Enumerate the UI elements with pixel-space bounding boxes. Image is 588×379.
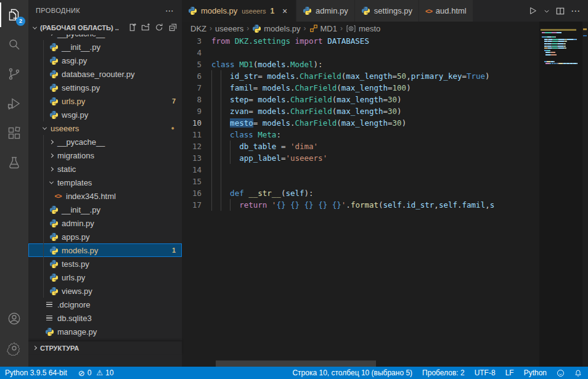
- line-number[interactable]: 17: [182, 199, 211, 211]
- status-encoding[interactable]: UTF-8: [475, 369, 496, 377]
- status-feedback[interactable]: [557, 369, 565, 377]
- tree-file-__init__.py[interactable]: __init__.py: [28, 40, 182, 54]
- tree-folder-migrations[interactable]: migrations: [28, 149, 182, 162]
- more-actions-button[interactable]: ⋯: [571, 6, 581, 17]
- code-token: {}: [332, 200, 341, 210]
- indent-guide: [221, 82, 221, 94]
- tab-description: useeers: [242, 7, 266, 15]
- outline-section-header[interactable]: СТРУКТУРА: [28, 341, 182, 354]
- activity-item-extensions[interactable]: [0, 118, 28, 148]
- close-icon[interactable]: ×: [280, 6, 290, 16]
- tree-file-urls.py[interactable]: urls.py: [28, 271, 182, 284]
- line-number[interactable]: 5: [182, 59, 211, 70]
- line-number[interactable]: 8: [182, 94, 211, 105]
- breadcrumb-item-useeers[interactable]: useeers: [215, 24, 243, 33]
- new-file-icon[interactable]: [128, 23, 137, 33]
- tree-file-tests.py[interactable]: tests.py: [28, 257, 182, 271]
- tree-file-db.sqlite3[interactable]: db.sqlite3: [28, 311, 182, 325]
- tree-file-apps.py[interactable]: apps.py: [28, 230, 182, 243]
- breadcrumb-item-MD1[interactable]: MD1: [309, 24, 337, 33]
- refresh-icon[interactable]: [155, 23, 165, 33]
- minimap-line: [542, 52, 555, 53]
- split-editor-button[interactable]: [556, 7, 565, 15]
- minimap[interactable]: [539, 22, 582, 367]
- status-python-interpreter[interactable]: Python 3.9.5 64-bit: [5, 369, 67, 377]
- line-number[interactable]: 4: [182, 47, 211, 59]
- status-problems[interactable]: ⊘0⚠10: [78, 369, 114, 378]
- status-indentation[interactable]: Пробелов: 2: [422, 369, 465, 377]
- line-number[interactable]: 12: [182, 141, 211, 152]
- tree-folder-__pycache__[interactable]: __pycache__: [28, 135, 182, 149]
- workspace-section-header[interactable]: (РАБОЧАЯ ОБЛАСТЬ) ...: [28, 21, 182, 35]
- status-language-mode[interactable]: Python: [524, 369, 547, 377]
- status-cursor-position[interactable]: Строка 10, столбец 10 (выбрано 5): [292, 369, 412, 377]
- status-eol[interactable]: LF: [505, 369, 514, 377]
- code-token: =: [383, 107, 388, 116]
- line-number[interactable]: 15: [182, 176, 211, 187]
- tree-folder-static[interactable]: static: [28, 162, 182, 176]
- tree-file-admin.py[interactable]: admin.py: [28, 216, 182, 230]
- tab-models.py[interactable]: models.pyuseeers1×: [182, 0, 296, 22]
- file-label: manage.py: [57, 327, 97, 336]
- file-label: database_roouter.py: [62, 70, 135, 79]
- tree-file-asgi.py[interactable]: asgi.py: [28, 54, 182, 67]
- tab-aud.html[interactable]: <>aud.html: [419, 0, 473, 22]
- minimap-line: [542, 36, 556, 38]
- tree-file-.dcignore[interactable]: .dcignore: [28, 298, 182, 311]
- python-file-icon: [49, 205, 59, 214]
- tab-settings.py[interactable]: settings.py: [355, 0, 419, 22]
- activity-item-source-control[interactable]: [0, 59, 28, 89]
- code-token: =: [383, 95, 388, 104]
- tab-bar: models.pyuseeers1×admin.pysettings.py<>a…: [182, 0, 588, 22]
- code-token: ): [397, 95, 402, 104]
- indent-guide: [211, 164, 212, 176]
- tree-file-wsgi.py[interactable]: wsgi.py: [28, 108, 182, 121]
- code-editor[interactable]: 3from DKZ.settings import DATABASES45cla…: [182, 35, 539, 367]
- run-dropdown[interactable]: [544, 8, 550, 14]
- chevron-right-icon: [33, 346, 37, 350]
- horizontal-scrollbar[interactable]: [216, 361, 376, 367]
- python-icon: [252, 24, 261, 33]
- indent-guide: [230, 199, 231, 211]
- breadcrumb-item-mesto[interactable]: mesto: [346, 24, 380, 33]
- tree-file-manage.py[interactable]: manage.py: [28, 325, 182, 338]
- tree-file-urls.py[interactable]: urls.py7: [28, 94, 182, 108]
- breadcrumb-item-models.py[interactable]: models.py: [252, 24, 300, 33]
- activity-item-settings[interactable]: [0, 333, 28, 363]
- line-number[interactable]: 6: [182, 70, 211, 82]
- tree-folder-__pycache__[interactable]: __pycache__: [28, 35, 182, 40]
- line-number[interactable]: 13: [182, 152, 211, 164]
- line-number[interactable]: 11: [182, 129, 211, 141]
- code-line-9: 9 zvan= models.CharField(max_length=30): [182, 105, 539, 117]
- line-number[interactable]: 3: [182, 35, 211, 47]
- explorer-more-actions-icon[interactable]: ⋯: [165, 6, 174, 15]
- activity-item-explorer[interactable]: 2: [0, 0, 28, 30]
- activity-item-testing[interactable]: [0, 148, 28, 177]
- collapse-all-icon[interactable]: [168, 23, 178, 33]
- status-notifications[interactable]: [574, 369, 582, 377]
- tree-file-__init__.py[interactable]: __init__.py: [28, 203, 182, 216]
- new-folder-icon[interactable]: [141, 23, 151, 33]
- tab-admin.py[interactable]: admin.py: [296, 0, 355, 22]
- activity-item-run-debug[interactable]: [0, 89, 28, 118]
- minimap-line: [542, 47, 566, 49]
- activity-item-account[interactable]: [0, 304, 28, 333]
- minimap-line: [542, 50, 550, 51]
- tree-file-models.py[interactable]: models.py1: [28, 243, 182, 257]
- line-number[interactable]: 9: [182, 105, 211, 117]
- breadcrumb-item-DKZ[interactable]: DKZ: [190, 24, 206, 33]
- activity-item-search[interactable]: [0, 30, 28, 59]
- tree-file-views.py[interactable]: views.py: [28, 284, 182, 298]
- run-button[interactable]: [528, 6, 537, 15]
- tree-file-settings.py[interactable]: settings.py: [28, 81, 182, 94]
- tree-file-database_roouter.py[interactable]: database_roouter.py: [28, 67, 182, 81]
- code-line-content: class MD1(models.Model):: [211, 59, 539, 70]
- line-number[interactable]: 14: [182, 164, 211, 176]
- tree-folder-templates[interactable]: templates: [28, 176, 182, 189]
- file-label: __init__.py: [62, 43, 100, 52]
- line-number[interactable]: 16: [182, 187, 211, 199]
- line-number[interactable]: 10: [182, 117, 211, 129]
- tree-file-index345.html[interactable]: <>index345.html: [28, 189, 182, 203]
- line-number[interactable]: 7: [182, 82, 211, 94]
- tree-folder-useeers[interactable]: useeers●: [28, 121, 182, 135]
